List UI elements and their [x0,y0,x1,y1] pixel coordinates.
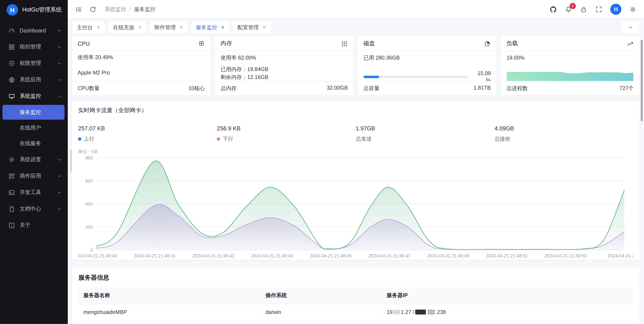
tab-主控台[interactable]: 主控台 [73,21,105,33]
logo[interactable]: H HotGo管理系统 [0,0,68,20]
close-icon[interactable] [96,25,101,30]
tab-在线充值[interactable]: 在线充值 [109,21,146,33]
legend-dot [217,137,220,140]
memory-card-footer: 总内存 32.00GB [215,81,354,95]
cpu-footer-value: 10核心 [188,85,205,92]
server-card-title: 服务器信息 [78,274,633,282]
sidebar-item-系统设置[interactable]: 系统设置 [0,151,68,168]
fullscreen-icon[interactable] [595,6,603,13]
github-icon[interactable] [550,6,557,13]
avatar[interactable]: H [610,4,622,15]
table-header-服务器名称: 服务器名称 [78,287,260,304]
svg-text:2024-04-21 21:48:53: 2024-04-21 21:48:53 [545,253,587,258]
terminal-icon [8,189,15,196]
chevron-up-icon [57,94,62,99]
load-card-body: 19.00% [501,51,640,81]
app-title: HotGo管理系统 [22,6,62,14]
table-row: mengshuaideMBPdarwin191.27 /.238 [78,304,633,320]
disk-percent-value: 15.09 [472,70,491,77]
sidebar-item-开发工具[interactable]: 开发工具 [0,184,68,201]
stat-value: 1.97GB [356,124,494,133]
close-icon[interactable] [138,25,142,30]
close-icon[interactable] [220,25,225,30]
chevron-down-icon [57,77,62,82]
sidebar-menu: Dashboard组织管理权限管理系统应用系统监控服务监控在线用户在线服务系统设… [0,22,68,233]
sidebar-item-Dashboard[interactable]: Dashboard [0,22,68,39]
close-icon[interactable] [262,25,266,30]
ip-text: 19 [386,309,392,315]
server-table-head: 服务器名称操作系统服务器IP [78,287,633,304]
sidebar-subitem-服务监控[interactable]: 服务监控 [2,105,64,120]
tabs-list: 主控台在线充值附件管理服务监控配置管理 [73,21,270,33]
memory-card-title: 内存 [220,40,232,47]
pie-chart-icon [484,40,491,47]
content-scroll-indicator[interactable] [70,149,72,173]
sidebar-subitem-在线服务[interactable]: 在线服务 [0,136,68,151]
stat-value: 257.07 KB [78,124,217,133]
load-value: 19.00% [506,54,634,62]
svg-text:0: 0 [90,248,93,252]
stat-value: 4.09GB [494,124,633,133]
tab-label: 服务监控 [196,24,217,31]
sidebar-subitem-在线用户[interactable]: 在线用户 [0,120,68,136]
stat-label: 下行 [217,135,356,143]
org-grid-icon [8,43,15,50]
network-card-title: 实时网卡流量（全部网卡） [78,106,633,114]
shield-icon [8,60,15,67]
load-card-title: 负载 [506,40,518,47]
disk-footer-label: 总容量 [364,85,380,92]
svg-text:2024-04-21 21:48:41: 2024-04-21 21:48:41 [134,253,176,258]
legend-dot [78,137,81,140]
vertical-scrollbar-thumb[interactable] [641,40,643,121]
ip-redacted-block [415,309,426,314]
sidebar-item-权限管理[interactable]: 权限管理 [0,55,68,72]
sidebar-item-系统应用[interactable]: 系统应用 [0,72,68,88]
refresh-icon[interactable] [89,6,96,13]
sidebar-item-关于[interactable]: 关于 [0,217,68,233]
breadcrumb-item[interactable]: 系统监控 [105,6,126,13]
ip-text: 1.27 / [401,309,414,315]
disk-footer-value: 1.81TB [474,85,491,92]
tab-附件管理[interactable]: 附件管理 [150,21,188,33]
memory-used: 已用内存：19.84GB [220,66,348,73]
monitor-icon [8,93,15,100]
load-sparkline-chart [506,64,634,81]
network-stats: 257.07 KB上行256.9 KB下行1.97GB总发送4.09GB总接收 [78,124,633,143]
stat-label: 总接收 [494,135,633,143]
gear-icon[interactable] [629,6,637,13]
main-area: 系统监控 / 服务监控 1 H 主控台在线充值附件管理服务监控配置管理 [68,0,644,324]
cpu-card: CPU 使用率 20.49% Apple M2 Pro CPU数量 10核心 [72,36,211,95]
network-stat-总接收: 4.09GB总接收 [494,124,633,143]
svg-text:400: 400 [85,201,93,206]
notifications-button[interactable]: 1 [565,6,572,13]
svg-text:2024-04-21 21:48:51: 2024-04-21 21:48:51 [486,253,528,258]
about-icon [8,222,15,229]
sidebar-item-label: Dashboard [20,27,56,34]
svg-text:200: 200 [85,224,93,229]
menu-collapse-icon[interactable] [75,6,82,13]
tab-配置管理[interactable]: 配置管理 [233,21,270,33]
tabs-dropdown-button[interactable] [622,21,639,33]
chevron-down-icon [57,206,62,211]
ip-redacted-block [427,309,435,314]
load-footer-value: 727个 [620,85,634,92]
tab-服务监控[interactable]: 服务监控 [192,21,229,33]
chart-unit-label: 单位：KB [78,149,633,155]
plugin-grid-icon [8,172,15,179]
content: CPU 使用率 20.49% Apple M2 Pro CPU数量 10核心 内… [68,36,644,324]
sidebar-item-label: 系统监控 [20,92,56,100]
app-root: H HotGo管理系统 Dashboard组织管理权限管理系统应用系统监控服务监… [0,0,644,324]
cpu-model: Apple M2 Pro [78,69,205,77]
stat-value: 256.9 KB [217,124,356,133]
sidebar-item-系统监控[interactable]: 系统监控 [0,88,68,104]
sidebar-item-文档中心[interactable]: 文档中心 [0,201,68,217]
network-traffic-card: 实时网卡流量（全部网卡） 257.07 KB上行256.9 KB下行1.97GB… [72,101,640,260]
sidebar-item-组织管理[interactable]: 组织管理 [0,39,68,55]
sidebar-item-label: 文档中心 [20,205,56,213]
sidebar-item-插件应用[interactable]: 插件应用 [0,168,68,184]
memory-card-body: 使用率 62.00% 已用内存：19.84GB 剩余内存：12.16GB [215,51,354,81]
breadcrumb-item-current: 服务监控 [134,6,156,13]
lock-icon[interactable] [580,6,588,13]
close-icon[interactable] [179,25,184,30]
sidebar-item-label: 关于 [20,222,62,229]
